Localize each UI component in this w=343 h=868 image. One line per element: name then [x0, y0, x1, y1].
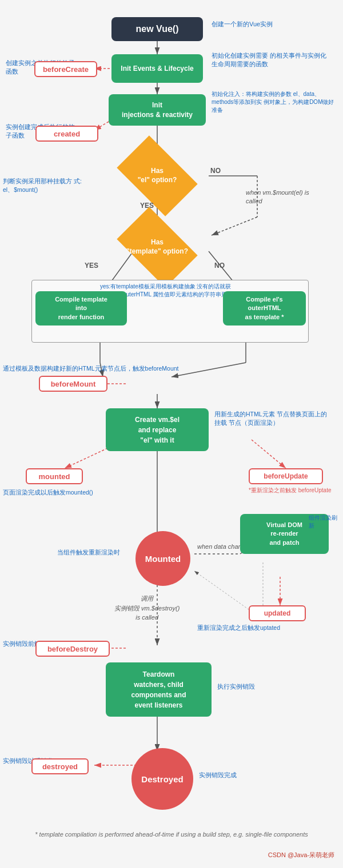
teardown-node: Teardownwatchers, childcomponents andeve…: [106, 662, 212, 717]
updated-hook: updated: [249, 605, 306, 621]
when-destroy-label: 调用实例销毁 vm.$destroy()is called: [114, 594, 180, 622]
destroyed-hook: destroyed: [31, 758, 89, 774]
init-injections-node: Initinjections & reactivity: [109, 94, 206, 126]
annotation-before-mount: 通过模板及数据构建好新的HTML元素节点后，触发beforeMount: [3, 364, 203, 373]
annotation-component-update: 组件渲染刷新: [309, 514, 340, 530]
before-mount-hook: beforeMount: [39, 376, 107, 392]
annotation-create-vm: 用新生成的HTML元素 节点替换页面上的挂载 节点（页面渲染）: [214, 410, 329, 427]
yes-label-template: YES: [85, 262, 98, 270]
has-el-diamond: Has"el" option?: [117, 135, 197, 216]
diagram: new Vue() 创建一个新的Vue实例 Init Events & Life…: [0, 0, 343, 868]
no-label-template: NO: [214, 262, 225, 270]
annotation-init-events: 初始化创建实例需要 的相关事件与实例化 生命周期需要的函数: [212, 51, 332, 68]
svg-line-22: [252, 440, 286, 468]
annotation-judge-mount: 判断实例采用那种挂载方 式: el、$mount(): [3, 177, 89, 194]
annotation-mounted: 页面渲染完成以后触发mounted(): [3, 488, 117, 497]
annotation-teardown: 执行实例销毁: [217, 682, 286, 691]
destroyed-circle: Destroyed: [131, 748, 193, 810]
has-template-diamond: Has"template" option?: [117, 207, 197, 287]
before-destroy-hook: beforeDestroy: [35, 641, 110, 657]
init-events-node: Init Events & Lifecycle: [111, 54, 203, 83]
annotation-vm-mount: when vm.$mount(el) is called: [246, 188, 326, 206]
annotation-create-vue: 创建一个新的Vue实例: [212, 20, 326, 29]
compile-template-node: Compile templateintorender function: [35, 291, 127, 326]
annotation-updated: 重新渲染完成之后触发uptated: [197, 624, 334, 632]
new-vue-node: new Vue(): [111, 17, 203, 41]
annotation-before-update: *重新渲染之前触发 beforeUptate: [249, 487, 334, 495]
no-label-el: NO: [210, 167, 221, 175]
footnote: * template compilation is performed ahea…: [23, 831, 320, 838]
create-vm-el-node: Create vm.$eland replace"el" with it: [106, 408, 209, 451]
mounted-circle: Mounted: [135, 531, 190, 586]
mounted-hook: mounted: [26, 468, 83, 484]
branding: CSDN @Java-呆萌老师: [268, 851, 334, 859]
annotation-destroyed-complete: 实例销毁完成: [199, 771, 313, 779]
before-update-hook: beforeUpdate: [249, 468, 323, 484]
svg-line-10: [212, 217, 257, 235]
created-hook: created: [35, 126, 98, 142]
compile-el-node: Compile el'souterHTMLas template *: [223, 291, 306, 326]
annotation-init-injections: 初始化注入：将构建实例的参数 el、data、methods等添加到实 例对象上…: [212, 90, 337, 114]
before-create-hook: beforeCreate: [34, 61, 97, 77]
annotation-when-trigger: 当组件触发重新渲染时: [57, 548, 134, 557]
